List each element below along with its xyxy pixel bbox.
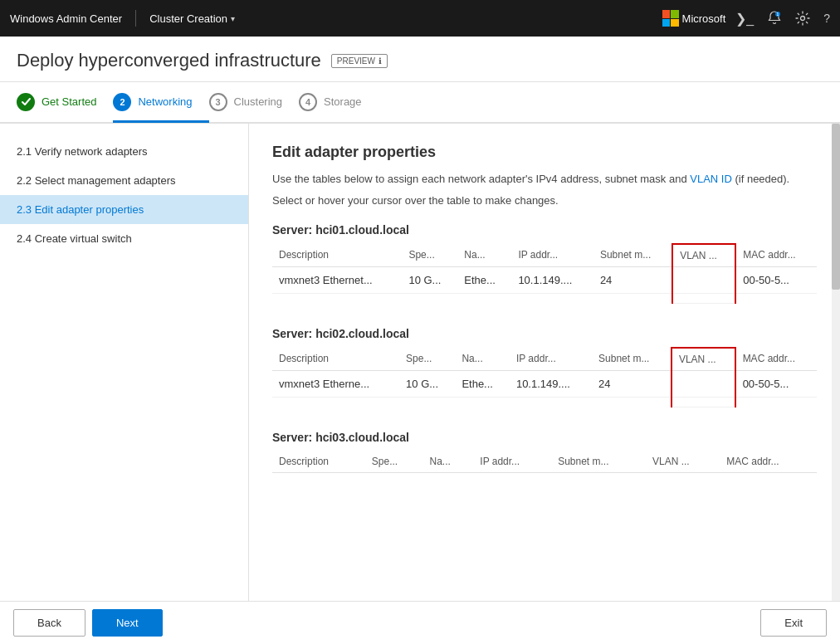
table-row-vlan-bottom-2 [272,397,817,407]
col-name-3: Na... [422,451,473,473]
cell-speed: 10 G... [399,370,455,397]
col-subnet-3: Subnet m... [551,451,646,473]
cell-mac: 00-50-5... [735,266,817,293]
section-desc: Use the tables below to assign each netw… [272,171,817,188]
page-header: Deploy hyperconverged infrastructure PRE… [0,37,840,82]
cell-vlan[interactable] [672,370,735,397]
cell-subnet: 24 [592,370,672,397]
topbar-icons: ❯_ 1 ? [735,11,830,27]
sidebar-item-management[interactable]: 2.2 Select management adapters [0,166,248,195]
col-mac-3: MAC addr... [720,451,817,473]
svg-text:1: 1 [777,12,779,17]
col-description-3: Description [272,451,365,473]
col-ip-2: IP addr... [510,348,592,371]
step-circle-2: 2 [113,93,131,111]
scrollbar-thumb[interactable] [832,124,840,290]
col-description-2: Description [272,348,399,371]
footer-left: Back Next [13,609,163,637]
footer: Back Next Exit [0,601,840,644]
step-storage[interactable]: 4 Storage [299,83,378,123]
step-networking[interactable]: 2 Networking [113,83,208,123]
adapter-table-1: Description Spe... Na... IP addr... Subn… [272,243,817,304]
cell-speed: 10 G... [402,266,457,293]
col-ip-1: IP addr... [511,244,593,267]
col-description-1: Description [272,244,402,267]
main-content: Edit adapter properties Use the tables b… [249,124,840,601]
topbar-separator [135,10,136,27]
server-section-2: Server: hci02.cloud.local Description Sp… [272,327,817,407]
chevron-down-icon: ▾ [231,14,235,23]
cell-description: vmxnet3 Etherne... [272,370,399,397]
next-button[interactable]: Next [92,609,163,637]
settings-button[interactable] [795,11,810,26]
cluster-creation-label: Cluster Creation [149,12,227,25]
sidebar-item-adapter-props[interactable]: 2.3 Edit adapter properties [0,195,248,224]
microsoft-label: Microsoft [682,12,726,25]
cell-subnet: 24 [593,266,672,293]
cell-ip: 10.1.149.... [510,370,592,397]
preview-label: PREVIEW [337,56,375,66]
footer-right: Exit [760,609,827,637]
cell-description: vmxnet3 Ethernet... [272,266,402,293]
vlan-footer-cell-1 [672,293,735,303]
col-mac-2: MAC addr... [735,348,817,371]
server-label-2: Server: hci02.cloud.local [272,327,817,340]
topbar: Windows Admin Center Cluster Creation ▾ … [0,0,840,37]
svg-point-2 [801,17,805,21]
server-label-3: Server: hci03.cloud.local [272,431,817,444]
section-title: Edit adapter properties [272,144,817,161]
step-circle-3: 3 [209,93,227,111]
step-circle-1 [17,93,35,111]
col-speed-1: Spe... [402,244,457,267]
preview-badge: PREVIEW ℹ [331,54,388,68]
step-get-started[interactable]: Get Started [17,83,113,123]
col-name-1: Na... [457,244,511,267]
table-row[interactable]: vmxnet3 Etherne... 10 G... Ethe... 10.1.… [272,370,817,397]
sidebar-item-virtual-switch[interactable]: 2.4 Create virtual switch [0,224,248,253]
main-wrapper: Deploy hyperconverged infrastructure PRE… [0,37,840,644]
step-circle-4: 4 [299,93,317,111]
step-label-3: Clustering [234,95,283,108]
col-vlan-1: VLAN ... [672,244,735,267]
col-speed-2: Spe... [399,348,455,371]
terminal-button[interactable]: ❯_ [735,11,754,27]
col-ip-3: IP addr... [473,451,551,473]
exit-button[interactable]: Exit [760,609,827,637]
info-icon: ℹ [378,56,382,66]
vlan-footer-cell-2 [672,397,735,407]
microsoft-logo-icon [662,10,679,27]
col-subnet-2: Subnet m... [592,348,672,371]
step-clustering[interactable]: 3 Clustering [209,83,300,123]
col-vlan-3: VLAN ... [646,451,720,473]
scrollbar-track[interactable] [832,124,840,601]
server-section-3: Server: hci03.cloud.local Description Sp… [272,431,817,473]
microsoft-branding: Microsoft [662,10,726,27]
cell-name: Ethe... [457,266,511,293]
cell-name: Ethe... [455,370,510,397]
col-subnet-1: Subnet m... [593,244,672,267]
app-title: Windows Admin Center [10,12,132,25]
col-name-2: Na... [455,348,510,371]
sidebar: 2.1 Verify network adapters 2.2 Select m… [0,124,249,601]
steps-nav: Get Started 2 Networking 3 Clustering 4 … [0,82,840,124]
cluster-creation-menu[interactable]: Cluster Creation ▾ [139,12,245,25]
cell-mac: 00-50-5... [735,370,817,397]
content-area: 2.1 Verify network adapters 2.2 Select m… [0,124,840,601]
cell-ip: 10.1.149.... [511,266,593,293]
notifications-button[interactable]: 1 [767,11,782,26]
section-hint: Select or hover your cursor over the tab… [272,194,817,207]
step-label-2: Networking [138,95,192,108]
col-speed-3: Spe... [365,451,423,473]
cell-vlan[interactable] [672,266,735,293]
help-button[interactable]: ? [823,12,830,25]
step-label-1: Get Started [42,95,96,108]
sidebar-item-verify[interactable]: 2.1 Verify network adapters [0,137,248,166]
table-row-vlan-bottom [272,293,817,303]
step-label-4: Storage [324,95,362,108]
back-button[interactable]: Back [13,609,85,637]
server-section-1: Server: hci01.cloud.local Description Sp… [272,223,817,304]
col-vlan-2: VLAN ... [672,348,735,371]
server-label-1: Server: hci01.cloud.local [272,223,817,237]
table-row[interactable]: vmxnet3 Ethernet... 10 G... Ethe... 10.1… [272,266,817,293]
page-title: Deploy hyperconverged infrastructure [17,50,321,71]
